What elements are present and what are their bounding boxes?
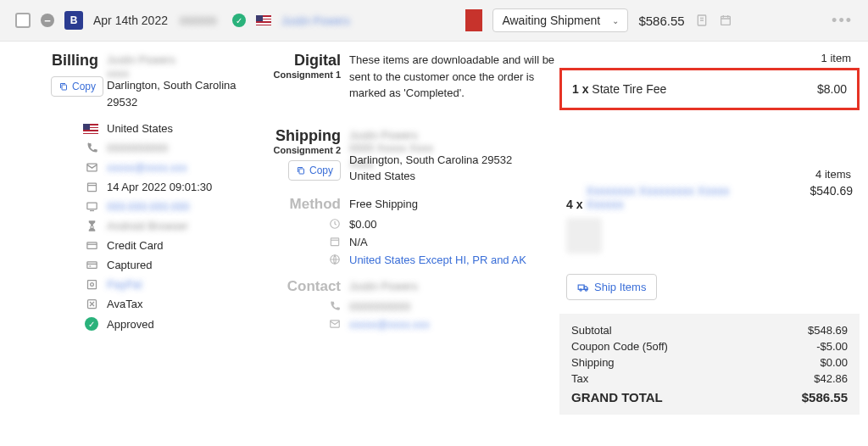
billing-street: xxxx <box>107 65 209 77</box>
us-flag-icon <box>256 15 271 25</box>
grand-total-label: GRAND TOTAL <box>571 390 663 404</box>
grand-total-value: $586.55 <box>802 390 848 404</box>
shipping-address: Darlington, South Carolina 29532 <box>349 152 559 169</box>
calendar-icon[interactable] <box>719 14 732 27</box>
contact-title: Contact <box>263 278 341 295</box>
shipping-method: Free Shipping <box>349 198 559 210</box>
channel-icon: B <box>64 11 83 30</box>
subtotal-label: Subtotal <box>571 324 612 337</box>
ship-item-name[interactable]: Xxxxxxxx Xxxxxxxxx Xxxxx Xxxxxx <box>586 184 730 211</box>
ship-qty: 4 x <box>566 198 582 211</box>
svg-rect-4 <box>88 183 97 191</box>
svg-point-18 <box>585 288 587 290</box>
digital-qty: 1 x <box>572 82 588 96</box>
svg-rect-6 <box>87 243 97 249</box>
billing-phone: 0000000000 <box>107 142 183 154</box>
chevron-down-icon: ⌄ <box>612 16 619 25</box>
billing-email[interactable]: xxxxx@xxxx.xxx <box>107 161 217 174</box>
risk-indicator <box>465 9 482 31</box>
coupon-value: -$5.00 <box>816 340 848 353</box>
digital-item-count: 1 item <box>559 52 860 68</box>
order-number[interactable]: 000000 <box>180 14 222 27</box>
fulfillment-column: Digital Consignment 1 These items are do… <box>263 52 559 415</box>
billing-timestamp: 14 Apr 2022 09:01:30 <box>107 181 212 193</box>
ship-items-button[interactable]: Ship Items <box>566 274 657 300</box>
tax-value: $42.86 <box>814 372 848 385</box>
method-title: Method <box>263 196 341 213</box>
svg-point-17 <box>580 288 581 290</box>
shipping-zone[interactable]: United States Except HI, PR and AK <box>349 254 559 266</box>
shipping-date: N/A <box>349 236 559 248</box>
svg-rect-11 <box>299 169 304 174</box>
shipping-item-count: 4 items <box>559 168 860 184</box>
svg-rect-8 <box>88 281 97 289</box>
header-total: $586.55 <box>638 14 684 28</box>
payment-status: Captured <box>107 259 152 271</box>
tax-provider: AvaTax <box>107 298 142 310</box>
subtotal-value: $548.69 <box>808 324 848 337</box>
svg-rect-13 <box>331 238 338 246</box>
payment-gateway[interactable]: PayPal <box>107 278 158 291</box>
approved-icon: ✓ <box>85 317 98 331</box>
order-header: − B Apr 14th 2022 000000 ✓ Justin Powers… <box>0 0 868 42</box>
customer-name-link[interactable]: Justin Powers <box>281 14 366 27</box>
shipping-total-label: Shipping <box>571 356 615 369</box>
copy-billing-button[interactable]: Copy <box>51 76 103 97</box>
select-checkbox[interactable] <box>15 13 31 28</box>
svg-rect-2 <box>62 85 67 90</box>
more-actions[interactable]: ••• <box>832 12 853 30</box>
payment-method: Credit Card <box>107 239 163 252</box>
contact-name: Justin Powers <box>349 280 559 293</box>
shipping-sub: Consignment 2 <box>263 145 341 155</box>
billing-device: Android Browser <box>107 220 209 232</box>
billing-title: Billing <box>51 52 98 70</box>
items-column: 1 item 1 x State Tire Fee $8.00 4 items … <box>559 52 868 415</box>
billing-address: Darlington, South Carolina 29532 <box>107 77 263 110</box>
status-label: Awaiting Shipment <box>502 14 600 27</box>
digital-sub: Consignment 1 <box>263 70 341 80</box>
us-flag-icon <box>83 124 98 134</box>
billing-name: Justin Powers <box>107 52 183 65</box>
order-date: Apr 14th 2022 <box>93 13 170 28</box>
shipping-title: Shipping <box>263 127 341 145</box>
svg-rect-1 <box>721 16 730 25</box>
svg-rect-5 <box>87 203 97 209</box>
product-thumbnail <box>566 218 602 254</box>
shipping-line-item: 4 x Xxxxxxxx Xxxxxxxxx Xxxxx Xxxxxx $540… <box>559 184 860 211</box>
contact-email[interactable]: xxxxx@xxxx.xxx <box>349 318 559 331</box>
svg-rect-7 <box>87 262 97 269</box>
billing-column: Billing Copy Justin Powers xxxx Darlingt… <box>51 52 263 415</box>
digital-title: Digital <box>263 52 341 70</box>
copy-shipping-button[interactable]: Copy <box>288 160 341 181</box>
shipping-street: 0000 Xxxxx Xxxx Xxxx <box>349 140 459 152</box>
check-icon: ✓ <box>232 14 246 27</box>
minus-icon[interactable]: − <box>41 14 54 27</box>
shipping-total-value: $0.00 <box>820 356 848 369</box>
shipping-country: United States <box>349 168 559 185</box>
digital-line-item: 1 x State Tire Fee $8.00 <box>559 68 860 110</box>
approval-status: Approved <box>107 318 154 331</box>
digital-item-name: State Tire Fee <box>592 82 666 96</box>
status-select[interactable]: Awaiting Shipment ⌄ <box>492 8 628 32</box>
shipping-cost: $0.00 <box>349 218 559 231</box>
billing-country: United States <box>107 122 173 135</box>
contact-phone: 0000000000 <box>349 300 559 313</box>
shipping-name: Justin Powers <box>349 127 426 140</box>
order-totals: Subtotal$548.69 Coupon Code (5off)-$5.00… <box>559 314 860 415</box>
billing-ip[interactable]: 000.000.000.000 <box>107 200 183 213</box>
invoice-icon[interactable] <box>695 14 709 27</box>
tax-label: Tax <box>571 372 588 385</box>
digital-note: These items are downloadable and will be… <box>349 52 559 102</box>
digital-item-price: $8.00 <box>817 82 847 96</box>
svg-point-9 <box>91 283 94 287</box>
ship-item-price: $540.69 <box>810 184 853 211</box>
coupon-label: Coupon Code (5off) <box>571 340 668 353</box>
